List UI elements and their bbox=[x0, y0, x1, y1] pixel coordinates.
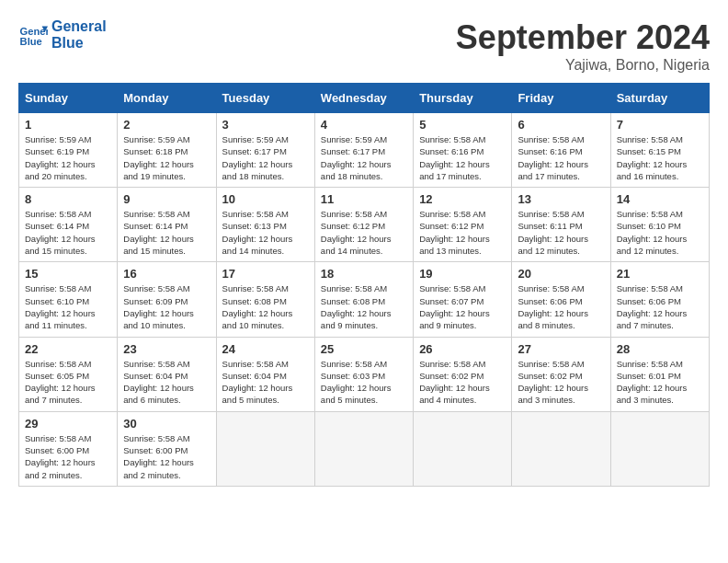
day-cell-30: 30Sunrise: 5:58 AM Sunset: 6:00 PM Dayli… bbox=[118, 411, 216, 486]
day-number-30: 30 bbox=[123, 417, 210, 431]
day-number-9: 9 bbox=[123, 192, 210, 206]
day-cell-8: 8Sunrise: 5:58 AM Sunset: 6:14 PM Daylig… bbox=[19, 188, 118, 262]
day-cell-27: 27Sunrise: 5:58 AM Sunset: 6:02 PM Dayli… bbox=[512, 337, 610, 411]
day-info-18: Sunrise: 5:58 AM Sunset: 6:08 PM Dayligh… bbox=[321, 282, 407, 331]
day-number-17: 17 bbox=[222, 267, 309, 281]
day-number-21: 21 bbox=[617, 267, 703, 281]
empty-cell bbox=[414, 411, 512, 486]
day-number-5: 5 bbox=[419, 118, 506, 132]
day-cell-6: 6Sunrise: 5:58 AM Sunset: 6:16 PM Daylig… bbox=[512, 113, 610, 188]
day-number-1: 1 bbox=[25, 118, 111, 132]
page-header: General Blue General Blue September 2024… bbox=[18, 18, 710, 74]
day-cell-25: 25Sunrise: 5:58 AM Sunset: 6:03 PM Dayli… bbox=[314, 337, 413, 411]
day-info-27: Sunrise: 5:58 AM Sunset: 6:02 PM Dayligh… bbox=[518, 358, 604, 407]
location: Yajiwa, Borno, Nigeria bbox=[456, 57, 710, 74]
day-cell-29: 29Sunrise: 5:58 AM Sunset: 6:00 PM Dayli… bbox=[19, 411, 118, 486]
day-number-27: 27 bbox=[518, 342, 604, 356]
logo-line1: General bbox=[51, 18, 107, 35]
day-info-30: Sunrise: 5:58 AM Sunset: 6:00 PM Dayligh… bbox=[123, 432, 210, 481]
week-row-2: 8Sunrise: 5:58 AM Sunset: 6:14 PM Daylig… bbox=[19, 188, 710, 262]
month-title: September 2024 bbox=[456, 18, 710, 57]
week-row-1: 1Sunrise: 5:59 AM Sunset: 6:19 PM Daylig… bbox=[19, 113, 710, 188]
col-sunday: Sunday bbox=[19, 84, 118, 113]
svg-text:Blue: Blue bbox=[20, 36, 42, 47]
week-row-4: 22Sunrise: 5:58 AM Sunset: 6:05 PM Dayli… bbox=[19, 337, 710, 411]
day-number-8: 8 bbox=[25, 192, 111, 206]
day-cell-11: 11Sunrise: 5:58 AM Sunset: 6:12 PM Dayli… bbox=[314, 188, 413, 262]
col-thursday: Thursday bbox=[414, 84, 512, 113]
day-number-25: 25 bbox=[321, 342, 407, 356]
day-info-7: Sunrise: 5:58 AM Sunset: 6:15 PM Dayligh… bbox=[617, 133, 703, 182]
day-cell-19: 19Sunrise: 5:58 AM Sunset: 6:07 PM Dayli… bbox=[414, 262, 512, 337]
day-number-22: 22 bbox=[25, 342, 111, 356]
day-cell-10: 10Sunrise: 5:58 AM Sunset: 6:13 PM Dayli… bbox=[216, 188, 314, 262]
col-tuesday: Tuesday bbox=[216, 84, 314, 113]
day-number-16: 16 bbox=[123, 267, 210, 281]
day-cell-1: 1Sunrise: 5:59 AM Sunset: 6:19 PM Daylig… bbox=[19, 113, 118, 188]
day-info-20: Sunrise: 5:58 AM Sunset: 6:06 PM Dayligh… bbox=[518, 282, 604, 331]
day-info-17: Sunrise: 5:58 AM Sunset: 6:08 PM Dayligh… bbox=[222, 282, 309, 331]
day-number-6: 6 bbox=[518, 118, 604, 132]
col-friday: Friday bbox=[512, 84, 610, 113]
week-row-5: 29Sunrise: 5:58 AM Sunset: 6:00 PM Dayli… bbox=[19, 411, 710, 486]
day-info-24: Sunrise: 5:58 AM Sunset: 6:04 PM Dayligh… bbox=[222, 358, 309, 407]
day-info-14: Sunrise: 5:58 AM Sunset: 6:10 PM Dayligh… bbox=[617, 208, 703, 257]
day-cell-14: 14Sunrise: 5:58 AM Sunset: 6:10 PM Dayli… bbox=[610, 188, 709, 262]
day-cell-26: 26Sunrise: 5:58 AM Sunset: 6:02 PM Dayli… bbox=[414, 337, 512, 411]
day-cell-12: 12Sunrise: 5:58 AM Sunset: 6:12 PM Dayli… bbox=[414, 188, 512, 262]
day-number-2: 2 bbox=[123, 118, 210, 132]
day-cell-20: 20Sunrise: 5:58 AM Sunset: 6:06 PM Dayli… bbox=[512, 262, 610, 337]
day-number-4: 4 bbox=[321, 118, 407, 132]
col-wednesday: Wednesday bbox=[314, 84, 413, 113]
day-info-3: Sunrise: 5:59 AM Sunset: 6:17 PM Dayligh… bbox=[222, 133, 309, 182]
empty-cell bbox=[314, 411, 413, 486]
calendar-header-row: Sunday Monday Tuesday Wednesday Thursday… bbox=[19, 84, 710, 113]
day-number-19: 19 bbox=[419, 267, 506, 281]
day-info-29: Sunrise: 5:58 AM Sunset: 6:00 PM Dayligh… bbox=[25, 432, 111, 481]
day-cell-24: 24Sunrise: 5:58 AM Sunset: 6:04 PM Dayli… bbox=[216, 337, 314, 411]
day-info-21: Sunrise: 5:58 AM Sunset: 6:06 PM Dayligh… bbox=[617, 282, 703, 331]
day-info-8: Sunrise: 5:58 AM Sunset: 6:14 PM Dayligh… bbox=[25, 208, 111, 257]
day-number-3: 3 bbox=[222, 118, 309, 132]
day-number-14: 14 bbox=[617, 192, 703, 206]
day-cell-17: 17Sunrise: 5:58 AM Sunset: 6:08 PM Dayli… bbox=[216, 262, 314, 337]
week-row-3: 15Sunrise: 5:58 AM Sunset: 6:10 PM Dayli… bbox=[19, 262, 710, 337]
day-cell-9: 9Sunrise: 5:58 AM Sunset: 6:14 PM Daylig… bbox=[118, 188, 216, 262]
day-info-4: Sunrise: 5:59 AM Sunset: 6:17 PM Dayligh… bbox=[321, 133, 407, 182]
day-number-28: 28 bbox=[617, 342, 703, 356]
logo-icon: General Blue bbox=[18, 20, 48, 50]
day-cell-13: 13Sunrise: 5:58 AM Sunset: 6:11 PM Dayli… bbox=[512, 188, 610, 262]
day-cell-3: 3Sunrise: 5:59 AM Sunset: 6:17 PM Daylig… bbox=[216, 113, 314, 188]
day-info-26: Sunrise: 5:58 AM Sunset: 6:02 PM Dayligh… bbox=[419, 358, 506, 407]
title-section: September 2024 Yajiwa, Borno, Nigeria bbox=[456, 18, 710, 74]
day-cell-28: 28Sunrise: 5:58 AM Sunset: 6:01 PM Dayli… bbox=[610, 337, 709, 411]
day-info-28: Sunrise: 5:58 AM Sunset: 6:01 PM Dayligh… bbox=[617, 358, 703, 407]
day-cell-15: 15Sunrise: 5:58 AM Sunset: 6:10 PM Dayli… bbox=[19, 262, 118, 337]
day-info-11: Sunrise: 5:58 AM Sunset: 6:12 PM Dayligh… bbox=[321, 208, 407, 257]
day-info-15: Sunrise: 5:58 AM Sunset: 6:10 PM Dayligh… bbox=[25, 282, 111, 331]
day-cell-7: 7Sunrise: 5:58 AM Sunset: 6:15 PM Daylig… bbox=[610, 113, 709, 188]
day-info-22: Sunrise: 5:58 AM Sunset: 6:05 PM Dayligh… bbox=[25, 358, 111, 407]
day-number-29: 29 bbox=[25, 417, 111, 431]
empty-cell bbox=[610, 411, 709, 486]
day-cell-22: 22Sunrise: 5:58 AM Sunset: 6:05 PM Dayli… bbox=[19, 337, 118, 411]
logo-line2: Blue bbox=[51, 35, 107, 52]
calendar-table: Sunday Monday Tuesday Wednesday Thursday… bbox=[18, 83, 710, 487]
day-number-12: 12 bbox=[419, 192, 506, 206]
day-info-5: Sunrise: 5:58 AM Sunset: 6:16 PM Dayligh… bbox=[419, 133, 506, 182]
col-saturday: Saturday bbox=[610, 84, 709, 113]
empty-cell bbox=[216, 411, 314, 486]
day-number-26: 26 bbox=[419, 342, 506, 356]
day-cell-21: 21Sunrise: 5:58 AM Sunset: 6:06 PM Dayli… bbox=[610, 262, 709, 337]
empty-cell bbox=[512, 411, 610, 486]
day-info-2: Sunrise: 5:59 AM Sunset: 6:18 PM Dayligh… bbox=[123, 133, 210, 182]
day-info-16: Sunrise: 5:58 AM Sunset: 6:09 PM Dayligh… bbox=[123, 282, 210, 331]
day-info-13: Sunrise: 5:58 AM Sunset: 6:11 PM Dayligh… bbox=[518, 208, 604, 257]
day-cell-23: 23Sunrise: 5:58 AM Sunset: 6:04 PM Dayli… bbox=[118, 337, 216, 411]
day-cell-5: 5Sunrise: 5:58 AM Sunset: 6:16 PM Daylig… bbox=[414, 113, 512, 188]
day-number-7: 7 bbox=[617, 118, 703, 132]
day-cell-16: 16Sunrise: 5:58 AM Sunset: 6:09 PM Dayli… bbox=[118, 262, 216, 337]
day-number-15: 15 bbox=[25, 267, 111, 281]
day-cell-2: 2Sunrise: 5:59 AM Sunset: 6:18 PM Daylig… bbox=[118, 113, 216, 188]
logo: General Blue General Blue bbox=[18, 18, 107, 51]
